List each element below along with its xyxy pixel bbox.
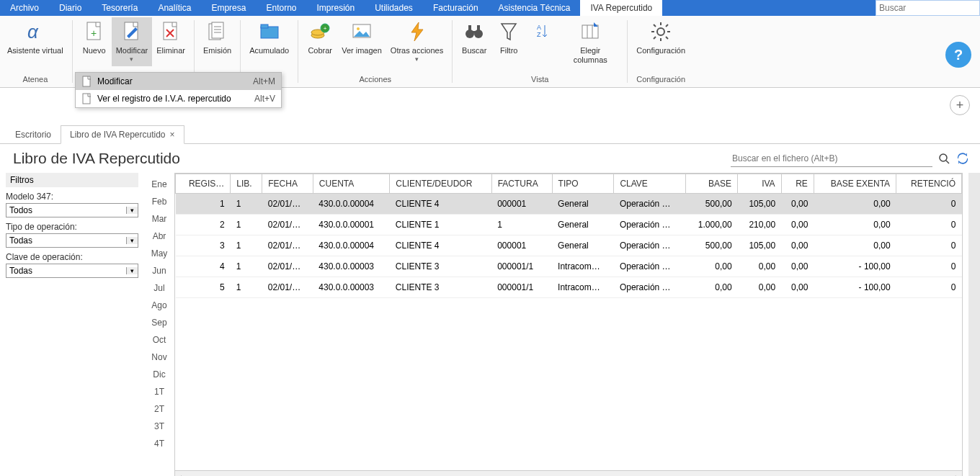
- menu-item-tesorería[interactable]: Tesorería: [92, 0, 148, 16]
- month-jun[interactable]: Jun: [144, 262, 174, 279]
- month-ene[interactable]: Ene: [144, 176, 174, 193]
- vertical-scrollbar[interactable]: [968, 173, 980, 476]
- cell: General: [552, 194, 614, 215]
- menu-item-entorno[interactable]: Entorno: [256, 0, 306, 16]
- col-header-5[interactable]: FACTURA: [491, 174, 552, 194]
- cell: 0,00: [814, 235, 896, 256]
- ribbon-columnas-button[interactable]: Elegir columnas: [558, 17, 623, 68]
- ribbon-orden-button[interactable]: AZ: [526, 17, 558, 49]
- horizontal-scrollbar[interactable]: ‹ ›: [175, 470, 962, 476]
- cell: General: [552, 235, 614, 256]
- ribbon-emision-button[interactable]: Emisión: [199, 17, 236, 58]
- col-header-9[interactable]: IVA: [738, 174, 782, 194]
- cell: 000001: [491, 235, 552, 256]
- col-header-4[interactable]: CLIENTE/DEUDOR: [390, 174, 491, 194]
- col-header-7[interactable]: CLAVE: [614, 174, 686, 194]
- menu-item-impresión[interactable]: Impresión: [306, 0, 365, 16]
- close-icon[interactable]: ×: [170, 130, 175, 140]
- ribbon-buscar-button[interactable]: Buscar: [457, 17, 491, 58]
- table-row[interactable]: 2102/01/…430.0.0.00001CLIENTE 11GeneralO…: [176, 215, 962, 235]
- ribbon-asistente-button[interactable]: αAsistente virtual: [3, 17, 68, 58]
- file-search-input[interactable]: [731, 151, 932, 167]
- chevron-down-icon[interactable]: ▾: [126, 207, 138, 214]
- data-grid[interactable]: REGIS…LIB.FECHACUENTACLIENTE/DEUDORFACTU…: [175, 174, 962, 470]
- table-row[interactable]: 5102/01/…430.0.0.00003CLIENTE 3000001/1I…: [176, 277, 962, 298]
- filter-value: Todos: [6, 205, 126, 215]
- ribbon-group-label: Acciones: [359, 75, 391, 85]
- table-row[interactable]: 3102/01/…430.0.0.00004CLIENTE 4000001Gen…: [176, 235, 962, 256]
- doc-tab-libro-de-iva-repercutido[interactable]: Libro de IVA Repercutido×: [61, 125, 184, 144]
- table-row[interactable]: 1102/01/…430.0.0.00004CLIENTE 4000001Gen…: [176, 194, 962, 215]
- global-search[interactable]: [876, 0, 980, 16]
- month-jul[interactable]: Jul: [144, 279, 174, 297]
- acumulado-icon: [258, 20, 281, 43]
- global-search-input[interactable]: [876, 2, 979, 14]
- col-header-6[interactable]: TIPO: [552, 174, 614, 194]
- scroll-left-icon[interactable]: ‹: [175, 471, 187, 476]
- cell: 0,00: [738, 277, 782, 298]
- dropdown-item-ver-el-registro-de-i-v-a-repercutido[interactable]: Ver el registro de I.V.A. repercutidoAlt…: [76, 90, 281, 107]
- ribbon-verimg-button[interactable]: Ver imagen: [337, 17, 386, 58]
- ribbon-config-button[interactable]: Configuración: [632, 17, 690, 58]
- svg-rect-20: [468, 25, 471, 31]
- filter-combo-2[interactable]: Todas▾: [6, 264, 138, 278]
- add-button[interactable]: +: [950, 95, 970, 115]
- month-3t[interactable]: 3T: [144, 418, 174, 435]
- menu-item-facturación[interactable]: Facturación: [423, 0, 489, 16]
- month-4t[interactable]: 4T: [144, 435, 174, 452]
- cell: 430.0.0.00001: [313, 215, 390, 235]
- ribbon-eliminar-button[interactable]: Eliminar: [152, 17, 190, 58]
- month-dic[interactable]: Dic: [144, 366, 174, 383]
- month-ago[interactable]: Ago: [144, 297, 174, 314]
- doc-tab-escritorio[interactable]: Escritorio: [6, 125, 61, 144]
- col-header-11[interactable]: BASE EXENTA: [814, 174, 896, 194]
- ribbon-filtro-button[interactable]: Filtro: [491, 17, 526, 58]
- ribbon-cobrar-button[interactable]: +Cobrar: [303, 17, 337, 58]
- ribbon-otras-button[interactable]: Otras acciones▾: [386, 17, 447, 66]
- month-2t[interactable]: 2T: [144, 400, 174, 418]
- col-header-2[interactable]: FECHA: [262, 174, 313, 194]
- dropdown-item-modificar[interactable]: ModificarAlt+M: [76, 73, 281, 90]
- cell: 0,00: [781, 277, 814, 298]
- refresh-button[interactable]: [956, 151, 970, 166]
- month-nov[interactable]: Nov: [144, 349, 174, 366]
- filter-label-2: Clave de operación:: [6, 252, 138, 262]
- month-may[interactable]: May: [144, 245, 174, 262]
- col-header-12[interactable]: RETENCIÓ: [896, 174, 962, 194]
- file-search-button[interactable]: [937, 151, 951, 166]
- month-mar[interactable]: Mar: [144, 210, 174, 228]
- filter-value: Todas: [6, 266, 126, 276]
- ribbon-acumulado-button[interactable]: Acumulado: [245, 17, 293, 58]
- emision-icon: [206, 20, 229, 43]
- scroll-right-icon[interactable]: ›: [950, 471, 962, 476]
- month-abr[interactable]: Abr: [144, 228, 174, 245]
- col-header-3[interactable]: CUENTA: [313, 174, 390, 194]
- help-button[interactable]: ?: [945, 42, 971, 68]
- menu-item-asistencia-técnica[interactable]: Asistencia Técnica: [489, 0, 581, 16]
- ribbon-nuevo-button[interactable]: +Nuevo: [77, 17, 112, 58]
- cell: 210,00: [738, 215, 782, 235]
- menu-item-empresa[interactable]: Empresa: [201, 0, 256, 16]
- col-header-8[interactable]: BASE: [686, 174, 738, 194]
- menu-item-diario[interactable]: Diario: [49, 0, 92, 16]
- col-header-10[interactable]: RE: [781, 174, 814, 194]
- table-row[interactable]: 4102/01/…430.0.0.00003CLIENTE 3000001/1I…: [176, 256, 962, 277]
- menu-item-archivo[interactable]: Archivo: [0, 0, 49, 16]
- ribbon-nuevo-label: Nuevo: [83, 46, 106, 55]
- filter-combo-1[interactable]: Todas▾: [6, 233, 138, 248]
- menu-item-iva-repercutido[interactable]: IVA Repercutido: [580, 0, 662, 16]
- month-feb[interactable]: Feb: [144, 193, 174, 210]
- month-oct[interactable]: Oct: [144, 331, 174, 349]
- months-column: EneFebMarAbrMayJunJulAgoSepOctNovDic1T2T…: [144, 173, 174, 476]
- menu-item-utilidades[interactable]: Utilidades: [365, 0, 423, 16]
- chevron-down-icon[interactable]: ▾: [126, 267, 138, 274]
- month-1t[interactable]: 1T: [144, 383, 174, 400]
- ribbon-asistente-label: Asistente virtual: [7, 46, 63, 55]
- month-sep[interactable]: Sep: [144, 314, 174, 331]
- col-header-1[interactable]: LIB.: [231, 174, 262, 194]
- filter-combo-0[interactable]: Todos▾: [6, 203, 138, 217]
- col-header-0[interactable]: REGIS…: [176, 174, 231, 194]
- ribbon-modificar-button[interactable]: Modificar▾: [112, 17, 153, 66]
- chevron-down-icon[interactable]: ▾: [126, 237, 138, 244]
- menu-item-analítica[interactable]: Analítica: [148, 0, 201, 16]
